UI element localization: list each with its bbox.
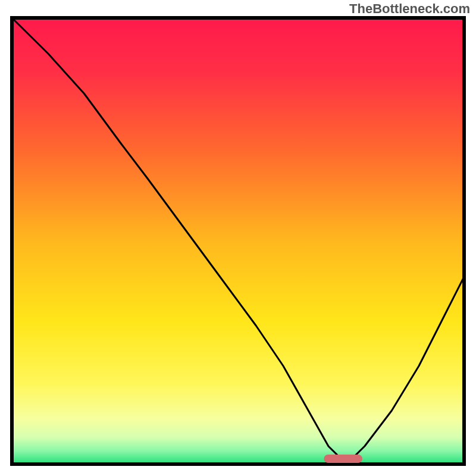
optimal-marker xyxy=(324,455,362,463)
chart-container: TheBottleneck.com xyxy=(0,0,476,476)
plot-area xyxy=(12,18,464,464)
bottleneck-chart xyxy=(0,0,476,476)
